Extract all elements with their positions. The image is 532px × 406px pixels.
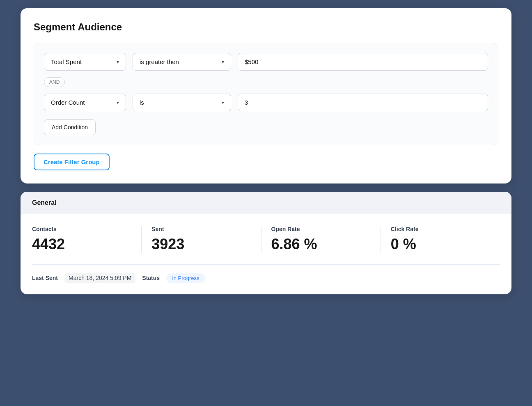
create-filter-group-label: Create Filter Group	[44, 158, 100, 165]
filter-group-box: Total Spent ▾ is greater then ▾ AND Orde…	[34, 43, 498, 145]
operator-select-2-value: is	[140, 99, 144, 106]
metric-click-rate: Click Rate 0 %	[381, 226, 500, 253]
operator-select-1-value: is greater then	[140, 58, 179, 65]
click-rate-label: Click Rate	[391, 226, 490, 232]
value-input-2[interactable]	[238, 94, 488, 111]
chevron-down-icon-2: ▾	[222, 59, 224, 65]
field-select-2-value: Order Count	[51, 99, 85, 106]
status-label: Status	[142, 275, 160, 281]
open-rate-value: 6.86 %	[271, 236, 371, 253]
last-sent-value: March 18, 2024 5:09 PM	[64, 273, 135, 283]
contacts-label: Contacts	[32, 226, 131, 232]
create-filter-group-button[interactable]: Create Filter Group	[34, 154, 110, 170]
field-select-1[interactable]: Total Spent ▾	[44, 53, 126, 71]
contacts-value: 4432	[32, 236, 131, 253]
metric-open-rate: Open Rate 6.86 %	[261, 226, 381, 253]
condition-row-2: Order Count ▾ is ▾	[44, 94, 488, 111]
add-condition-label: Add Condition	[52, 124, 88, 131]
segment-audience-card: Segment Audience Total Spent ▾ is greate…	[21, 8, 511, 184]
last-sent-label: Last Sent	[32, 275, 58, 281]
open-rate-label: Open Rate	[271, 226, 371, 232]
operator-select-1[interactable]: is greater then ▾	[133, 53, 231, 71]
metric-sent: Sent 3923	[142, 226, 261, 253]
page-title: Segment Audience	[34, 21, 498, 33]
operator-select-2[interactable]: is ▾	[133, 94, 231, 111]
condition-row-1: Total Spent ▾ is greater then ▾	[44, 53, 488, 71]
click-rate-value: 0 %	[391, 236, 490, 253]
chevron-down-icon-1: ▾	[117, 59, 119, 65]
general-section-header: General	[21, 192, 511, 214]
field-select-2[interactable]: Order Count ▾	[44, 94, 126, 111]
sent-value: 3923	[151, 236, 251, 253]
value-input-1[interactable]	[238, 53, 488, 71]
stats-metrics-row: Contacts 4432 Sent 3923 Open Rate 6.86 %…	[32, 226, 500, 253]
and-connector: AND	[44, 77, 65, 87]
stats-footer: Last Sent March 18, 2024 5:09 PM Status …	[32, 264, 500, 283]
chevron-down-icon-4: ▾	[222, 100, 224, 106]
sent-label: Sent	[151, 226, 251, 232]
stats-body: Contacts 4432 Sent 3923 Open Rate 6.86 %…	[21, 214, 511, 294]
add-condition-button[interactable]: Add Condition	[44, 119, 96, 135]
general-stats-card: General Contacts 4432 Sent 3923 Open Rat…	[21, 192, 511, 294]
field-select-1-value: Total Spent	[51, 58, 82, 65]
general-title: General	[32, 199, 57, 206]
chevron-down-icon-3: ▾	[117, 100, 119, 106]
status-badge: In Progress	[166, 273, 205, 283]
metric-contacts: Contacts 4432	[32, 226, 142, 253]
